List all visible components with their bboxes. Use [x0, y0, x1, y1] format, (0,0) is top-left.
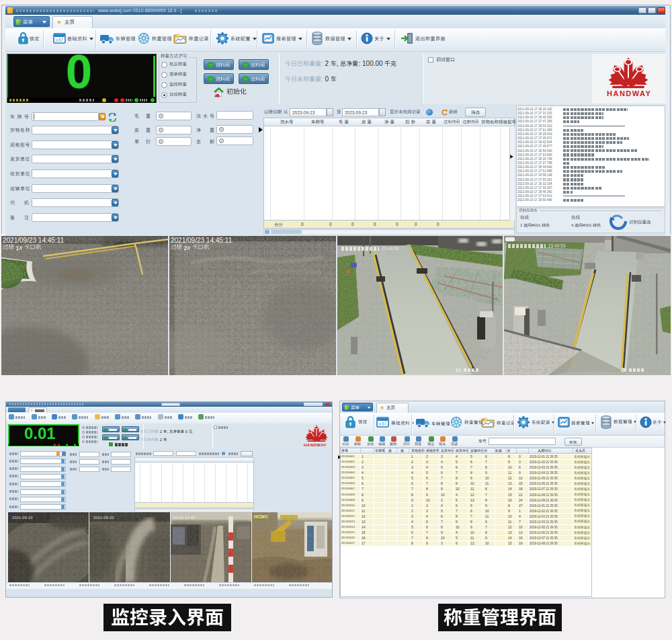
- svg-text:2021-09-23: 2021-09-23: [12, 516, 33, 520]
- svg-text:2021-09-23: 2021-09-23: [93, 516, 114, 520]
- svg-text:09-23 14:45: 09-23 14:45: [173, 516, 196, 520]
